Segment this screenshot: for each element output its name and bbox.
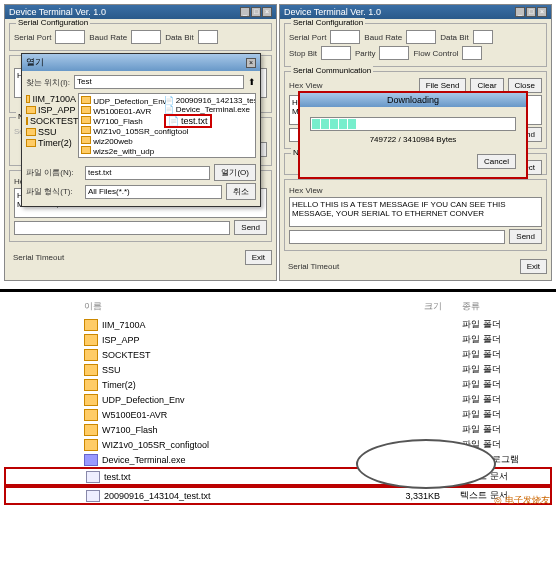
explorer-row[interactable]: 20090916_143104_test.txt3,331KB텍스트 문서 [4,486,552,505]
serial-config-group: Serial Configuration Serial Port Baud Ra… [284,23,547,67]
file-item[interactable]: UDP_Defection_Env [81,96,164,106]
sidebar-folder[interactable]: ISP_APP [26,105,76,115]
file-item[interactable]: WIZ1v0_105SR_configtool [81,126,164,136]
exit-button[interactable]: Exit [520,259,547,274]
exit-button[interactable]: Exit [245,250,272,265]
label-flow-control: Flow Control [413,49,458,58]
window-title: Device Terminal Ver. 1.0 [284,7,381,17]
explorer-row[interactable]: SOCKTEST파일 폴더 [4,347,552,362]
explorer-row[interactable]: ISP_APP파일 폴더 [4,332,552,347]
flow-control-select[interactable] [462,46,482,60]
network-comm-group: Hex View HELLO THIS IS A TEST MESSAGE IF… [284,179,547,251]
minimize-icon[interactable]: _ [515,7,525,17]
sidebar-folder[interactable]: IIM_7100A [26,94,76,104]
data-bit-select[interactable] [198,30,218,44]
file-name: Device_Terminal.exe [102,455,382,465]
file-explorer: 이름 크기 종류 IIM_7100A파일 폴더ISP_APP파일 폴더SOCKT… [0,289,556,509]
explorer-row[interactable]: IIM_7100A파일 폴더 [4,317,552,332]
cancel-button[interactable]: 취소 [226,183,256,200]
parity-select[interactable] [379,46,409,60]
open-button[interactable]: 열기(O) [214,164,256,181]
label-serial-port: Serial Port [289,33,326,42]
folder-icon [26,106,36,114]
folder-icon [81,136,91,144]
folder-icon [84,394,98,406]
explorer-row[interactable]: UDP_Defection_Env파일 폴더 [4,392,552,407]
file-item[interactable]: W7100_Flash [81,116,164,126]
exe-icon [84,454,98,466]
file-item[interactable]: wiz200web [81,136,164,146]
file-type: 파일 폴더 [442,393,542,406]
dialog-title: Downloading [387,95,439,105]
col-type[interactable]: 종류 [442,300,542,313]
progress-bar [310,117,516,131]
filename-input[interactable]: test.txt [85,166,210,180]
explorer-row[interactable]: W7100_Flash파일 폴더 [4,422,552,437]
file-item[interactable]: 📄 Device_Terminal.exe [164,105,247,114]
file-type: 파일 폴더 [442,408,542,421]
file-name: W5100E01-AVR [102,410,382,420]
folder-icon [84,349,98,361]
sidebar-folder[interactable]: SSU [26,127,76,137]
data-bit-select[interactable] [473,30,493,44]
sidebar-folder[interactable]: Timer(2) [26,138,76,148]
cancel-button[interactable]: Cancel [477,154,516,169]
stop-bit-select[interactable] [321,46,351,60]
window-titlebar: Device Terminal Ver. 1.0 _ □ × [5,5,276,19]
look-in-select[interactable]: Test [74,75,244,89]
send-button[interactable]: Send [234,220,267,235]
dialog-titlebar: Downloading [300,93,526,107]
file-icon [86,471,100,483]
file-type: 파일 폴더 [442,363,542,376]
col-name[interactable]: 이름 [84,300,382,313]
dialog-titlebar: 열기 × [22,54,260,71]
up-icon[interactable]: ⬆ [248,77,256,87]
serial-port-select[interactable] [330,30,360,44]
close-icon[interactable]: × [537,7,547,17]
folder-icon [84,364,98,376]
label-baud-rate: Baud Rate [89,33,127,42]
group-title: Serial Communication [291,66,373,75]
filetype-select[interactable]: All Files(*.*) [85,185,222,199]
col-size[interactable]: 크기 [382,300,442,313]
folder-icon [81,106,91,114]
file-name: test.txt [104,472,380,482]
file-item[interactable]: wizs2e_with_udp [81,146,164,156]
file-name: WIZ1v0_105SR_configtool [102,440,382,450]
baud-rate-select[interactable] [131,30,161,44]
right-app-window: Device Terminal Ver. 1.0 _ □ × Serial Co… [279,4,552,281]
file-item[interactable]: W5100E01-AVR [81,106,164,116]
dialog-file-list[interactable]: UDP_Defection_Env W5100E01-AVR W7100_Fla… [78,93,256,158]
file-item[interactable]: 📄 test.txt [164,114,247,128]
folder-icon [26,128,36,136]
folder-icon [81,146,91,154]
file-name: 20090916_143104_test.txt [104,491,380,501]
network-send-input[interactable] [14,221,230,235]
maximize-icon[interactable]: □ [251,7,261,17]
folder-icon [81,96,91,104]
download-dialog: Downloading 749722 / 3410984 Bytes Cance… [298,91,528,179]
sidebar-folder[interactable]: SOCKTEST [26,116,76,126]
explorer-row[interactable]: W5100E01-AVR파일 폴더 [4,407,552,422]
folder-icon [84,379,98,391]
file-size: 3,331KB [380,491,440,501]
network-send-input[interactable] [289,230,505,244]
logo-icon: ◎ [494,495,502,505]
minimize-icon[interactable]: _ [240,7,250,17]
file-type: 파일 폴더 [442,348,542,361]
explorer-row[interactable]: SSU파일 폴더 [4,362,552,377]
file-type: 파일 폴더 [442,423,542,436]
baud-rate-select[interactable] [406,30,436,44]
explorer-row[interactable]: Timer(2)파일 폴더 [4,377,552,392]
send-button[interactable]: Send [509,229,542,244]
file-name: IIM_7100A [102,320,382,330]
file-item[interactable]: 📄 20090916_142133_test.txt [164,96,247,105]
serial-port-select[interactable] [55,30,85,44]
close-icon[interactable]: × [262,7,272,17]
label-serial-timeout: Serial Timeout [284,262,339,271]
network-output: HELLO THIS IS A TEST MESSAGE IF YOU CAN … [289,197,542,227]
label-hex-view: Hex View [289,81,323,90]
file-name: SOCKTEST [102,350,382,360]
maximize-icon[interactable]: □ [526,7,536,17]
dialog-close-icon[interactable]: × [246,58,256,68]
